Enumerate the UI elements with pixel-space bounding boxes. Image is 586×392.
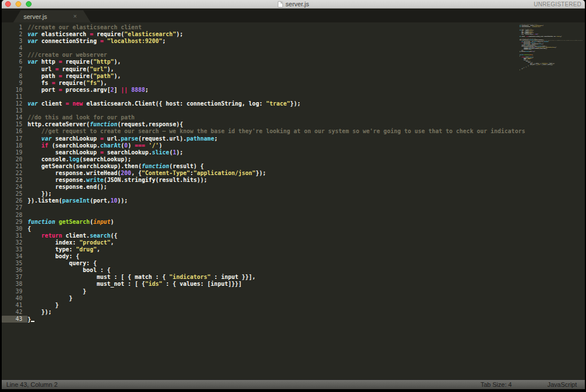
- line-number[interactable]: 6: [2, 59, 28, 65]
- line-number[interactable]: 15: [2, 121, 28, 128]
- code-line[interactable]: query: {: [28, 260, 585, 267]
- code-line[interactable]: }: [28, 295, 585, 302]
- window-controls: [5, 1, 32, 7]
- line-number[interactable]: 39: [2, 288, 28, 295]
- close-window-button[interactable]: [5, 1, 11, 7]
- line-number[interactable]: 16: [2, 128, 28, 135]
- code-line[interactable]: var elasticsearch = require("elasticsear…: [28, 31, 585, 38]
- code-line[interactable]: });: [28, 191, 585, 197]
- code-line[interactable]: path = require("path"),: [28, 73, 585, 80]
- code-line[interactable]: }: [28, 288, 585, 295]
- titlebar[interactable]: server.js UNREGISTERED: [2, 0, 585, 9]
- code-line[interactable]: response.writeHead(200, {"Content-Type":…: [28, 170, 585, 177]
- line-number[interactable]: 3: [2, 38, 28, 45]
- zoom-window-button[interactable]: [26, 1, 32, 7]
- tab-bar: server.js ×: [2, 9, 585, 22]
- line-number[interactable]: 29: [2, 219, 28, 226]
- line-number[interactable]: 2: [2, 31, 28, 38]
- code-line[interactable]: fs = require("fs"),: [28, 80, 585, 87]
- code-line[interactable]: must_not : [ {"ids" : { values: [input]}…: [28, 281, 585, 288]
- status-bar: Line 43, Column 2 Tab Size: 4 JavaScript: [2, 379, 585, 389]
- code-line[interactable]: [28, 212, 585, 219]
- code-line[interactable]: }: [28, 316, 585, 323]
- line-number[interactable]: 41: [2, 302, 28, 309]
- code-line[interactable]: http.createServer(function(request,respo…: [28, 121, 585, 128]
- line-number[interactable]: 12: [2, 100, 28, 107]
- line-number[interactable]: 25: [2, 191, 28, 197]
- line-number[interactable]: 10: [2, 87, 28, 94]
- line-number[interactable]: 38: [2, 281, 28, 288]
- line-number[interactable]: 13: [2, 107, 28, 114]
- line-number[interactable]: 30: [2, 226, 28, 232]
- line-number[interactable]: 36: [2, 267, 28, 274]
- line-number[interactable]: 26: [2, 197, 28, 204]
- code-line[interactable]: [28, 45, 585, 52]
- code-line[interactable]: var http = require("http"),: [28, 59, 585, 65]
- line-number[interactable]: 8: [2, 73, 28, 80]
- code-line[interactable]: must : [ { match : { "indicators" : inpu…: [28, 274, 585, 281]
- code-lines[interactable]: //create our elasticsearch clientvar ela…: [28, 22, 585, 379]
- line-number[interactable]: 11: [2, 94, 28, 100]
- code-line[interactable]: bool : {: [28, 267, 585, 274]
- line-number[interactable]: 4: [2, 45, 28, 52]
- code-line[interactable]: var connectionString = "localhost:9200";: [28, 38, 585, 45]
- code-line[interactable]: var searchLookup = url.parse(request.url…: [28, 135, 585, 142]
- code-line[interactable]: [28, 94, 585, 100]
- code-line[interactable]: function getSearch(input): [28, 219, 585, 226]
- code-line[interactable]: });: [28, 309, 585, 316]
- line-number[interactable]: 24: [2, 184, 28, 191]
- code-line[interactable]: [28, 204, 585, 211]
- line-number[interactable]: 28: [2, 212, 28, 219]
- code-line[interactable]: var client = new elasticsearch.Client({ …: [28, 100, 585, 107]
- line-number[interactable]: 35: [2, 260, 28, 267]
- line-number[interactable]: 37: [2, 274, 28, 281]
- code-line[interactable]: //create our elasticsearch client: [28, 24, 585, 31]
- code-line[interactable]: searchLookup = searchLookup.slice(1);: [28, 149, 585, 156]
- code-line[interactable]: }).listen(parseInt(port,10));: [28, 197, 585, 204]
- minimap[interactable]: //create our elasticsearch clientvar ela…: [519, 24, 583, 84]
- line-number[interactable]: 27: [2, 204, 28, 211]
- line-number[interactable]: 43: [2, 316, 28, 323]
- code-line[interactable]: if (searchLookup.charAt(0) === '/'): [28, 142, 585, 149]
- line-number[interactable]: 42: [2, 309, 28, 316]
- code-line[interactable]: type: "drug",: [28, 246, 585, 253]
- line-number[interactable]: 33: [2, 246, 28, 253]
- code-line[interactable]: index: "product",: [28, 239, 585, 246]
- code-line[interactable]: getSearch(searchLookup).then(function(re…: [28, 163, 585, 170]
- code-line[interactable]: //get request to create our search – we …: [28, 128, 585, 135]
- code-line[interactable]: [28, 107, 585, 114]
- line-number[interactable]: 9: [2, 80, 28, 87]
- line-number[interactable]: 1: [2, 24, 28, 31]
- line-number[interactable]: 34: [2, 253, 28, 260]
- tab-size-selector[interactable]: Tab Size: 4: [480, 381, 511, 388]
- code-line[interactable]: return client.search({: [28, 232, 585, 239]
- line-number[interactable]: 5: [2, 52, 28, 59]
- tab-close-icon[interactable]: ×: [73, 13, 77, 20]
- code-line[interactable]: //do this and look for our path: [28, 114, 585, 121]
- tab-server-js[interactable]: server.js ×: [13, 10, 91, 22]
- line-number[interactable]: 19: [2, 149, 28, 156]
- syntax-selector[interactable]: JavaScript: [548, 381, 577, 388]
- code-line[interactable]: url = require("url"),: [28, 66, 585, 73]
- code-line[interactable]: {: [28, 226, 585, 232]
- line-number[interactable]: 17: [2, 135, 28, 142]
- minimap-line: }: [519, 69, 583, 71]
- line-number[interactable]: 22: [2, 170, 28, 177]
- code-line[interactable]: console.log(searchLookup);: [28, 156, 585, 163]
- line-number[interactable]: 21: [2, 163, 28, 170]
- line-number[interactable]: 31: [2, 232, 28, 239]
- code-line[interactable]: ///create our webserver: [28, 52, 585, 59]
- minimize-window-button[interactable]: [15, 1, 21, 7]
- code-line[interactable]: response.end();: [28, 184, 585, 191]
- line-number[interactable]: 23: [2, 177, 28, 184]
- line-number[interactable]: 7: [2, 66, 28, 73]
- line-number[interactable]: 20: [2, 156, 28, 163]
- code-line[interactable]: }: [28, 302, 585, 309]
- line-number[interactable]: 18: [2, 142, 28, 149]
- line-number[interactable]: 14: [2, 114, 28, 121]
- code-line[interactable]: port = process.argv[2] || 8888;: [28, 87, 585, 94]
- line-number[interactable]: 40: [2, 295, 28, 302]
- code-line[interactable]: body: {: [28, 253, 585, 260]
- code-line[interactable]: response.write(JSON.stringify(result.hit…: [28, 177, 585, 184]
- line-number[interactable]: 32: [2, 239, 28, 246]
